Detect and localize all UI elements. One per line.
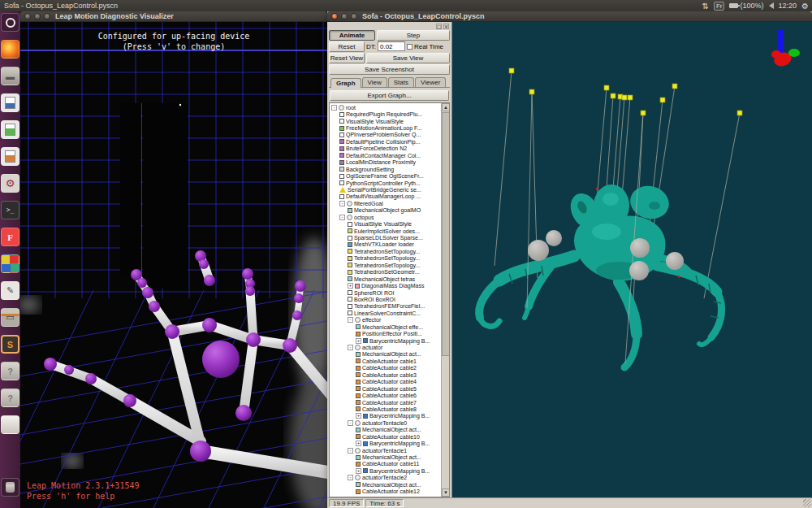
leap-titlebar[interactable]: Leap Motion Diagnostic Visualizer (20, 11, 327, 22)
tree-row[interactable]: PythonScriptController Pyth... (331, 180, 441, 186)
close-icon[interactable] (331, 13, 338, 20)
minimize-icon[interactable] (341, 13, 348, 20)
launcher-item-text-editor[interactable]: ✎ (1, 281, 19, 300)
tree-row[interactable]: TetrahedronSetTopology... (331, 248, 441, 254)
scroll-down-icon[interactable]: ▼ (442, 488, 450, 497)
tree-row[interactable]: QPInverseProblemSolver Q... (331, 132, 441, 138)
tree-row[interactable]: MeshVTKLoader loader (331, 241, 441, 248)
dt-input[interactable] (378, 41, 405, 51)
tree-row[interactable]: CableActuator cable8 (331, 406, 441, 412)
launcher-item-file-manager[interactable]: ▬ (1, 67, 19, 85)
expander-icon[interactable]: - (348, 317, 353, 323)
tree-row[interactable]: BoxROI BoxROI (331, 296, 441, 302)
tree-scrollbar[interactable]: ▲ ▼ (441, 103, 449, 497)
tree-row[interactable]: TetrahedronFEMForceFiel... (331, 303, 441, 310)
tree-row[interactable]: CableActuator cable3 (331, 371, 441, 378)
tree-row[interactable]: -actuatorTentacle2 (331, 475, 441, 481)
tab-graph[interactable]: Graph (330, 78, 361, 88)
close-icon[interactable] (24, 13, 31, 20)
tree-row[interactable]: CableActuator cable1 (331, 358, 441, 364)
tree-row[interactable]: MechanicalObject tetras (331, 276, 441, 282)
tree-row[interactable]: +BarycentricMapping B... (331, 467, 441, 474)
tree-row[interactable]: BruteForceDetection N2 (331, 145, 441, 152)
tree-row[interactable]: PositionEffector Positi... (331, 330, 441, 336)
tree-row[interactable]: -filteredGoal (331, 200, 441, 206)
reset-scene-button[interactable]: Reset Scene (329, 41, 365, 52)
save-view-button[interactable]: Save View (366, 53, 450, 63)
tree-row[interactable]: +BarycentricMapping B... (331, 337, 441, 344)
tree-row[interactable]: -root (331, 104, 441, 111)
dock-close-icon[interactable]: ✕ (443, 24, 449, 29)
tree-row[interactable]: CableActuator cable5 (331, 385, 441, 392)
export-graph-button[interactable]: Export Graph... (330, 90, 449, 101)
tree-row[interactable]: -actuatorTentacle1 (331, 447, 441, 454)
tree-row[interactable]: OglSceneFrame OglSceneFr... (331, 172, 441, 179)
tree-row[interactable]: +BarycentricMapping B... (331, 413, 441, 419)
tree-row[interactable]: VisualStyle VisualStyle (331, 220, 441, 227)
tree-row[interactable]: -actuator (331, 344, 441, 350)
launcher-item-freecad[interactable]: F (1, 228, 19, 246)
tree-row[interactable]: FreeMotionAnimationLoop F... (331, 124, 441, 131)
tree-row[interactable]: DefaultPipeline CollisionPip... (331, 138, 441, 145)
expander-icon[interactable]: + (356, 468, 361, 474)
network-indicator-icon[interactable]: ⇅ (702, 2, 709, 11)
expander-icon[interactable]: - (348, 475, 353, 480)
tree-row[interactable]: MechanicalObject effe... (331, 323, 441, 330)
tree-row[interactable]: DefaultContactManager Col... (331, 152, 441, 158)
tab-stats[interactable]: Stats (388, 77, 414, 87)
tree-row[interactable]: LocalMinDistance Proximity (331, 159, 441, 166)
tree-row[interactable]: SparseLDLSolver Sparse... (331, 234, 441, 241)
scroll-up-icon[interactable]: ▲ (442, 103, 450, 111)
tree-row[interactable]: TetrahedronSetGeometr... (331, 269, 441, 276)
maximize-icon[interactable] (44, 13, 50, 20)
tree-row[interactable]: CableActuator cable10 (331, 433, 441, 440)
minimize-icon[interactable] (34, 13, 41, 20)
keyboard-layout-indicator[interactable]: Fr (714, 2, 725, 11)
sofa-3d-viewport[interactable] (452, 22, 812, 497)
tree-row[interactable]: DefaultVisualManagerLoop ... (331, 193, 441, 200)
maximize-icon[interactable] (351, 13, 357, 20)
expander-icon[interactable]: - (339, 201, 345, 206)
tree-row[interactable]: MechanicalObject act... (331, 351, 441, 358)
scrollbar-thumb[interactable] (442, 112, 450, 356)
tree-row[interactable]: MechanicalObject act... (331, 454, 441, 460)
tree-row[interactable]: MechanicalObject act... (331, 427, 441, 433)
tree-row[interactable]: +DiagonalMass DiagMass (331, 282, 441, 289)
expander-icon[interactable]: + (356, 441, 361, 446)
tree-row[interactable]: CableActuator cable4 (331, 379, 441, 385)
battery-icon[interactable] (729, 3, 738, 8)
launcher-item-unknown-app-1[interactable]: ? (1, 362, 19, 380)
tree-row[interactable]: TetrahedronSetTopology... (331, 255, 441, 262)
tree-row[interactable]: -effector (331, 317, 441, 323)
tree-row[interactable]: CableActuator cable12 (331, 488, 441, 495)
launcher-item-libreoffice-calc[interactable] (1, 120, 19, 139)
tree-row[interactable]: VisualStyle VisualStyle (331, 118, 441, 124)
dock-float-icon[interactable]: ▢ (436, 24, 442, 29)
animate-button[interactable]: Animate (329, 30, 375, 41)
tree-row[interactable]: TetrahedronSetTopology... (331, 262, 441, 268)
expander-icon[interactable]: + (356, 338, 361, 344)
tree-row[interactable]: LinearSolverConstraintC... (331, 310, 441, 316)
step-button[interactable]: Step (377, 30, 450, 41)
expander-icon[interactable]: - (331, 105, 337, 111)
tree-row[interactable]: EulerImplicitSolver odes... (331, 228, 441, 234)
launcher-item-terminal[interactable]: >_ (1, 201, 19, 219)
launcher-item-libreoffice-impress[interactable] (1, 147, 19, 166)
expander-icon[interactable]: + (348, 283, 353, 289)
leap-3d-canvas[interactable] (20, 22, 327, 508)
tree-row[interactable]: -actuatorTentacle0 (331, 419, 441, 426)
save-screenshot-button[interactable]: Save Screenshot (329, 64, 450, 75)
tree-row[interactable]: SerialPortBridgeGeneric se... (331, 186, 441, 193)
launcher-item-unknown-app-2[interactable]: ? (1, 389, 19, 407)
tree-row[interactable]: CableActuator cable2 (331, 365, 441, 371)
resize-grip[interactable] (803, 499, 811, 507)
tab-view[interactable]: View (362, 77, 387, 87)
launcher-item-system-tools[interactable]: ⚙ (1, 174, 19, 193)
expander-icon[interactable]: - (339, 215, 345, 220)
tree-row[interactable]: +BarycentricMapping B... (331, 440, 441, 446)
launcher-item-disk-drive[interactable] (1, 415, 19, 434)
tree-row[interactable]: CableActuator cable11 (331, 461, 441, 467)
tab-viewer[interactable]: Viewer (415, 77, 446, 87)
expander-icon[interactable]: - (348, 448, 353, 454)
tree-row[interactable]: CableActuator cable6 (331, 392, 441, 398)
